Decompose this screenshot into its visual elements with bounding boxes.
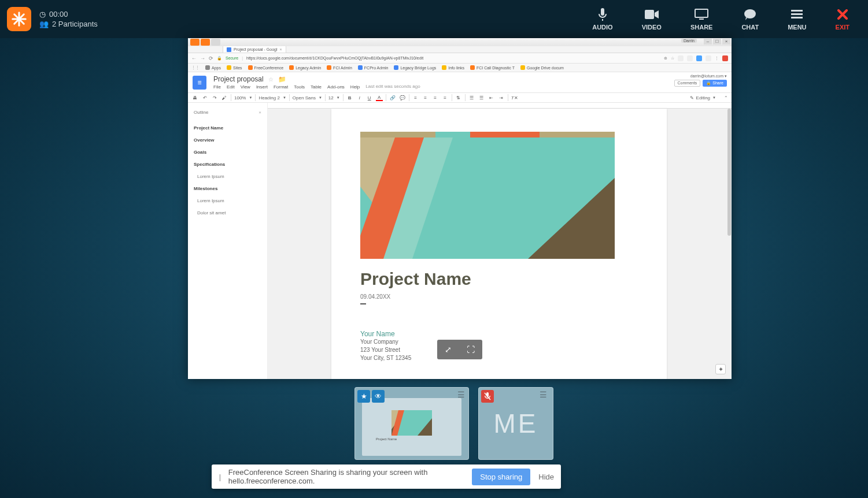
docs-app-icon[interactable]: ≡: [193, 76, 206, 90]
underline-icon[interactable]: U: [366, 94, 373, 101]
fullscreen-icon[interactable]: ⛶: [467, 345, 475, 354]
indent-more-icon[interactable]: ⇥: [498, 94, 505, 101]
font-select[interactable]: Open Sans: [293, 95, 316, 101]
undo-icon[interactable]: ↶: [201, 94, 208, 101]
window-maximize[interactable]: □: [713, 39, 721, 44]
bookmark-item[interactable]: Google Drive docum: [520, 65, 564, 70]
browser-tab[interactable]: Project proposal - Googl ×: [223, 46, 286, 53]
audio-button[interactable]: AUDIO: [592, 8, 612, 31]
outline-item[interactable]: Lorem Ipsum: [197, 198, 261, 203]
back-icon[interactable]: ←: [191, 55, 197, 61]
grip-icon[interactable]: ||: [219, 473, 220, 481]
outline-item[interactable]: Overview: [194, 137, 261, 143]
bold-icon[interactable]: B: [346, 94, 353, 101]
svg-rect-5: [695, 9, 708, 17]
close-outline-icon[interactable]: ×: [258, 110, 261, 115]
clear-format-icon[interactable]: T✕: [511, 94, 518, 101]
editing-mode[interactable]: Editing: [696, 95, 710, 101]
line-spacing-icon[interactable]: ⇅: [455, 94, 462, 101]
bookmark-item[interactable]: Info links: [442, 65, 464, 70]
exit-button[interactable]: EXIT: [836, 8, 849, 31]
hide-button[interactable]: Hide: [538, 473, 554, 481]
share-button[interactable]: SHARE: [690, 8, 713, 31]
star-icon[interactable]: ☆: [268, 76, 274, 83]
docs-menu-item[interactable]: File: [213, 84, 221, 90]
chat-button[interactable]: CHAT: [741, 8, 759, 31]
bookmark-item[interactable]: FCI Admin: [327, 65, 352, 70]
zoom-icon[interactable]: ⊕: [664, 56, 667, 61]
folder-icon[interactable]: 📁: [278, 76, 286, 83]
doc-title[interactable]: Project proposal: [213, 75, 264, 83]
account-email[interactable]: darrin@iotum.com ▾: [674, 74, 727, 79]
video-button[interactable]: VIDEO: [642, 8, 662, 31]
stop-sharing-button[interactable]: Stop sharing: [472, 469, 530, 485]
window-user-label: Darrin: [681, 39, 697, 43]
forward-icon[interactable]: →: [200, 55, 205, 61]
style-select[interactable]: Heading 2: [258, 95, 279, 101]
docs-menu-item[interactable]: Format: [274, 84, 288, 90]
outline-item[interactable]: Specifications: [194, 162, 261, 167]
thumbnail-menu-icon[interactable]: ☰: [457, 390, 465, 399]
outline-item[interactable]: Project Name: [194, 125, 261, 131]
outline-item[interactable]: Lorem Ipsum: [197, 174, 261, 179]
star-icon[interactable]: ☆: [671, 56, 674, 61]
redo-icon[interactable]: ↷: [211, 94, 218, 101]
docs-menu-item[interactable]: Help: [350, 84, 360, 90]
bookmark-item[interactable]: FCI Call Diagnostic T: [470, 65, 515, 70]
docs-menu-item[interactable]: View: [241, 84, 250, 90]
bookmark-item[interactable]: FreeConference: [248, 65, 284, 70]
align-right-icon[interactable]: ≡: [432, 94, 439, 101]
paint-format-icon[interactable]: 🖌: [221, 94, 228, 101]
link-icon[interactable]: 🔗: [389, 94, 396, 101]
url-text[interactable]: https://docs.google.com/document/d/1CKDQ…: [246, 56, 660, 60]
docs-menu-item[interactable]: Tools: [294, 84, 305, 90]
bulleted-list-icon[interactable]: ☰: [478, 94, 485, 101]
bookmark-item[interactable]: Legacy Admin: [289, 65, 321, 70]
chevron-up-icon[interactable]: ⌃: [724, 95, 728, 101]
self-video-thumbnail[interactable]: ☰ ME: [478, 387, 553, 460]
window-close[interactable]: ×: [722, 39, 730, 44]
outline-item[interactable]: Goals: [194, 150, 261, 155]
text-color-icon[interactable]: A: [376, 94, 383, 101]
ext-icon[interactable]: [706, 55, 711, 61]
docs-menu-item[interactable]: Insert: [256, 84, 268, 90]
ext-icon[interactable]: [722, 55, 728, 61]
thumbnail-menu-icon[interactable]: ☰: [540, 390, 549, 399]
align-left-icon[interactable]: ≡: [412, 94, 419, 101]
explore-button[interactable]: ✦: [715, 364, 726, 374]
taskbar-icon: [201, 39, 210, 46]
bookmark-item[interactable]: Sites: [227, 65, 242, 70]
outline-item[interactable]: Milestones: [194, 186, 261, 191]
ext-icon[interactable]: [687, 55, 693, 61]
docs-menu-item[interactable]: Add-ons: [327, 84, 345, 90]
outline-item[interactable]: Dolor sit amet: [197, 210, 261, 215]
ext-icon[interactable]: [696, 55, 702, 61]
window-minimize[interactable]: –: [704, 39, 712, 44]
size-select[interactable]: 12: [328, 95, 334, 101]
share-button[interactable]: 🔒 Share: [703, 80, 727, 87]
browser-menu-icon[interactable]: ⋮: [715, 56, 719, 61]
align-justify-icon[interactable]: ≡: [442, 94, 449, 101]
docs-menu-item[interactable]: Table: [311, 84, 322, 90]
zoom-select[interactable]: 100%: [234, 95, 246, 101]
company-line: Your Company: [360, 338, 638, 346]
align-center-icon[interactable]: ≡: [422, 94, 429, 101]
menu-button[interactable]: MENU: [788, 8, 806, 31]
bookmark-item[interactable]: Legacy Bridge Logs: [394, 65, 436, 70]
screen-share-thumbnail[interactable]: ★ 👁 ☰ Project Name: [354, 387, 469, 460]
document-canvas[interactable]: Project Name 09.04.20XX Your Name Your C…: [268, 103, 732, 379]
print-icon[interactable]: 🖶: [191, 94, 198, 101]
reload-icon[interactable]: ⟳: [209, 55, 213, 61]
expand-icon[interactable]: ⤢: [445, 345, 452, 354]
bookmark-item[interactable]: Apps: [205, 65, 221, 70]
comment-icon[interactable]: 💬: [399, 94, 406, 101]
numbered-list-icon[interactable]: ☰: [468, 94, 475, 101]
indent-less-icon[interactable]: ⇤: [488, 94, 495, 101]
bookmark-item[interactable]: FCPro Admin: [358, 65, 389, 70]
tab-close-icon[interactable]: ×: [279, 47, 282, 51]
ext-icon[interactable]: [678, 55, 684, 61]
italic-icon[interactable]: I: [356, 94, 363, 101]
docs-menu-item[interactable]: Edit: [227, 84, 235, 90]
comments-button[interactable]: Comments: [674, 80, 701, 87]
scrollbar[interactable]: [727, 109, 731, 236]
